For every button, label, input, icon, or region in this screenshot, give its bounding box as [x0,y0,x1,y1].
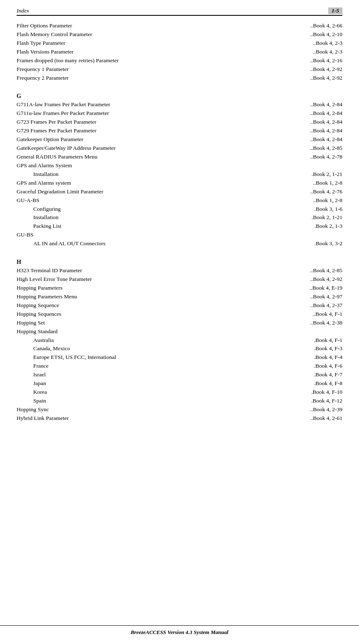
entry-text: Installation [33,170,276,179]
list-item: Spain.Book 4, F-12 [17,397,342,405]
entry-text: Israel [33,371,276,379]
list-item: Frames dropped (too many retries) Parame… [17,56,342,65]
list-item: Canada, Mexico.Book 4, F-3 [17,344,342,353]
entry-ref: ..Book 4, 2-84 [276,127,342,135]
entry-text: Europe ETSI, US FCC, International [33,353,276,362]
list-item: Hopping Parameters Menu..Book 4, 2-97 [17,293,342,301]
list-item: Israel.Book 4, F-7 [17,371,342,379]
section-letter-g: G [17,93,342,100]
list-item: Installation.Book 2, 1-21 [17,170,342,179]
entry-text: Spain [33,397,276,405]
entry-text: Flash Memory Control Parameter [17,30,276,39]
list-item: G711A-law Frames Per Packet Parameter..B… [17,100,342,109]
entry-ref: ..Book 4, 2-92 [276,65,342,74]
entry-text: France [33,362,276,371]
entry-ref: ..Book 4, 2-39 [276,405,342,414]
list-item: France.Book 4, F-6 [17,362,342,371]
entry-text: Hopping Parameters Menu [17,293,276,301]
entry-ref: ..Book 4, 2-85 [276,266,342,275]
list-item: Filter Options Parameter..Book 4, 2-66 [17,22,342,30]
list-item: Graceful Degradation Limit Parameter..Bo… [17,188,342,196]
entry-ref: ..Book 4, 2-97 [276,293,342,301]
entry-ref: ..Book 4, E-19 [276,284,342,293]
list-item: H323 Terminal ID Parameter..Book 4, 2-85 [17,266,342,275]
section-letter-h: H [17,259,342,266]
entry-ref: .Book 2, 1-3 [276,222,342,231]
entry-ref [276,231,342,239]
entry-ref: ..Book 4, F-1 [276,310,342,319]
page-footer: BreezeACCESS Version 4.3 System Manual [0,625,359,636]
list-item: Korea.Book 4, F-10 [17,388,342,397]
list-item: Flash Versions Parameter..Book 4, 2-3 [17,48,342,56]
entry-ref [276,161,342,170]
list-item: Europe ETSI, US FCC, International.Book … [17,353,342,362]
entry-text: Hopping Set [17,319,276,327]
index-content: Filter Options Parameter..Book 4, 2-66Fl… [17,22,342,423]
entry-ref: ..Book 4, 2-66 [276,22,342,30]
entry-text: Hopping Parameters [17,284,276,293]
entry-ref: .Book 4, F-10 [276,388,342,397]
entry-ref: .Book 3, 3-2 [276,239,342,248]
list-item: Installation.Book 2, 1-21 [17,213,342,222]
page-container: Index 1-5 Filter Options Parameter..Book… [0,0,359,448]
list-item: General RADIUS Parameters Menu..Book 4, … [17,153,342,161]
entry-ref: ..Book 4, 2-61 [276,414,342,423]
page-header: Index 1-5 [17,7,342,16]
entry-ref: ..Book 4, 2-37 [276,301,342,310]
list-item: G729 Frames Per Packet Parameter..Book 4… [17,127,342,135]
entry-text: High Level Error Tone Parameter [17,275,276,284]
entry-text: Frequency 1 Parameter [17,65,276,74]
header-index-label: Index [17,7,29,14]
entry-text: Hopping Sync [17,405,276,414]
entry-text: Graceful Degradation Limit Parameter [17,188,276,196]
entry-ref: ..Book 4, 2-3 [276,48,342,56]
entry-text: Canada, Mexico [33,344,276,353]
entry-text: GPS and Alarms system [17,179,276,188]
list-item: Hybrid Link Parameter..Book 4, 2-61 [17,414,342,423]
footer-text: BreezeACCESS Version 4.3 System Manual [130,629,228,635]
list-item: Frequency 1 Parameter..Book 4, 2-92 [17,65,342,74]
list-item: Gatekeeper Option Parameter..Book 4, 2-8… [17,135,342,144]
entry-ref: .Book 4, F-3 [276,344,342,353]
entry-text: General RADIUS Parameters Menu [17,153,276,161]
entry-ref: .Book 4, F-12 [276,397,342,405]
entry-text: Installation [33,213,276,222]
list-item: G711u-law Frames Per Packet Parameter..B… [17,109,342,118]
entry-text: Frequency 2 Parameter [17,74,276,83]
list-item: Packing List.Book 2, 1-3 [17,222,342,231]
list-item: Configuring.Book 3, 1-6 [17,205,342,214]
entry-text: GU-A-BS [17,196,276,205]
list-item: GU-A-BS..Book 1, 2-8 [17,196,342,205]
list-item: Australia.Book 4, F-1 [17,336,342,345]
entry-text: Japan [33,379,276,388]
entry-text: Hybrid Link Parameter [17,414,276,423]
list-item: High Level Error Tone Parameter..Book 4,… [17,275,342,284]
entry-text: AL IN and AL OUT Connectors [33,239,276,248]
entry-ref: ..Book 4, 2-85 [276,144,342,153]
entry-text: Hopping Standard [17,327,276,336]
entry-ref: ..Book 4, 2-92 [276,275,342,284]
list-item: AL IN and AL OUT Connectors.Book 3, 3-2 [17,239,342,248]
entry-text: Hopping Sequence [17,301,276,310]
entry-text: Frames dropped (too many retries) Parame… [17,56,276,65]
entry-text: Flash Versions Parameter [17,48,276,56]
list-item: GPS and Alarms system..Book 1, 2-8 [17,179,342,188]
list-item: GateKeeper/GateWay IP Address Parameter.… [17,144,342,153]
entry-ref: ..Book 4, 2-84 [276,100,342,109]
entry-text: Packing List [33,222,276,231]
entry-text: G723 Frames Per Packet Parameter [17,118,276,127]
entry-ref: ..Book 4, 2-84 [276,118,342,127]
entry-ref: ..Book 4, 2-84 [276,109,342,118]
entry-ref: ..Book 1, 2-8 [276,179,342,188]
entry-text: G711u-law Frames Per Packet Parameter [17,109,276,118]
list-item: G723 Frames Per Packet Parameter..Book 4… [17,118,342,127]
list-item: Hopping Standard [17,327,342,336]
list-item: Hopping Sequences..Book 4, F-1 [17,310,342,319]
entry-ref: .Book 4, F-1 [276,336,342,345]
entry-text: Flash Type Parameter [17,39,276,48]
list-item: Flash Type Parameter..Book 4, 2-3 [17,39,342,48]
entry-ref: ..Book 4, 2-76 [276,188,342,196]
entry-text: Korea [33,388,276,397]
entry-ref: ..Book 4, 2-10 [276,30,342,39]
list-item: Hopping Parameters..Book 4, E-19 [17,284,342,293]
